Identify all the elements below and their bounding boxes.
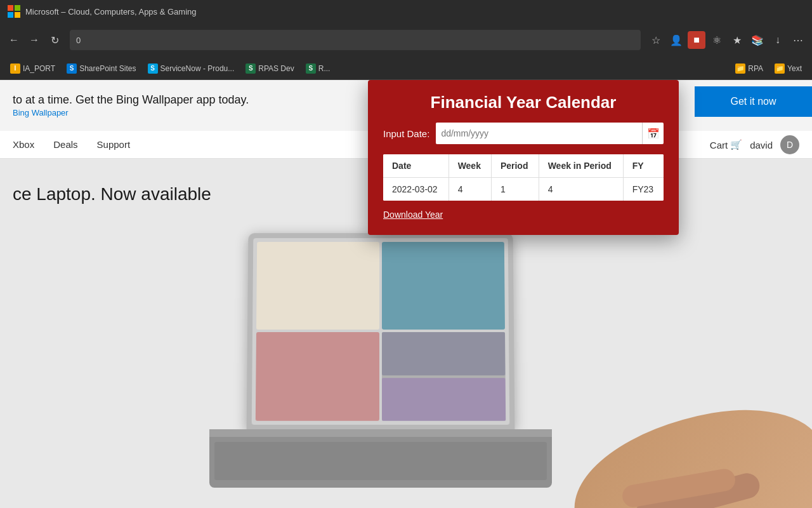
col-fy: FY	[623, 154, 664, 178]
back-button[interactable]: ←	[5, 31, 23, 49]
banner-link[interactable]: Bing Wallpaper	[13, 108, 69, 117]
bookmark-favicon-rpas-dev: S	[246, 64, 256, 74]
nav-support[interactable]: Support	[97, 133, 131, 156]
extensions-icon[interactable]: ⚛	[708, 31, 726, 49]
bookmark-sharepoint[interactable]: S SharePoint Sites	[62, 62, 141, 76]
user-area: Cart 🛒 david D	[710, 131, 799, 159]
collections-icon[interactable]: 📚	[749, 31, 766, 49]
hero-headline: ce Laptop. Now available	[13, 184, 211, 204]
fy-calendar-popup: Financial Year Calendar Input Date: 📅 Da…	[368, 80, 679, 235]
col-week-in-period: Week in Period	[539, 154, 623, 178]
favorites-icon[interactable]: ☆	[647, 31, 665, 49]
table-cell: 4	[449, 178, 491, 201]
active-tab-icon[interactable]: ■	[688, 31, 705, 49]
address-bar[interactable]: 0	[70, 30, 641, 50]
forward-button[interactable]: →	[25, 31, 43, 49]
nav-bar: ← → ↻ 0 ☆ 👤 ■ ⚛ ★ 📚 ↓ ⋯	[0, 23, 812, 57]
bookmark-favicon-r: S	[306, 64, 316, 74]
nav-deals[interactable]: Deals	[53, 133, 77, 156]
bookmarks-bar: I IA_PORT S SharePoint Sites S ServiceNo…	[0, 57, 812, 80]
calendar-icon: 📅	[647, 128, 660, 140]
table-cell: 2022-03-02	[383, 178, 449, 201]
fy-download-link[interactable]: Download Year	[383, 210, 664, 220]
nav-xbox[interactable]: Xbox	[13, 133, 34, 156]
get-it-now-button[interactable]: Get it now	[695, 86, 812, 117]
col-period: Period	[491, 154, 539, 178]
fy-popup-title: Financial Year Calendar	[383, 93, 664, 112]
fy-date-input[interactable]	[436, 123, 642, 144]
bookmark-r[interactable]: S R...	[301, 62, 336, 76]
bookmark-favicon-ia-port: I	[10, 64, 20, 74]
bookmark-favicon-servicenow: S	[148, 64, 158, 74]
fy-input-row: Input Date: 📅	[383, 123, 664, 144]
fy-input-wrapper: 📅	[436, 123, 664, 144]
bookmark-favicon-rpa: 📁	[735, 64, 745, 74]
table-row: 2022-03-02414FY23	[383, 178, 664, 201]
fy-calendar-button[interactable]: 📅	[642, 123, 664, 144]
refresh-button[interactable]: ↻	[46, 31, 63, 49]
profile-icon[interactable]: 👤	[667, 31, 685, 49]
bookmark-favicon-yext: 📁	[775, 64, 785, 74]
browser-title: Microsoft – Cloud, Computers, Apps & Gam…	[25, 7, 197, 17]
col-date: Date	[383, 154, 449, 178]
microsoft-logo-icon	[8, 5, 20, 18]
download-icon[interactable]: ↓	[769, 31, 787, 49]
settings-icon[interactable]: ⋯	[789, 31, 807, 49]
table-cell: 1	[491, 178, 539, 201]
fy-input-label: Input Date:	[383, 128, 429, 139]
cart-button[interactable]: Cart 🛒	[710, 139, 742, 150]
bookmark-rpas-dev[interactable]: S RPAS Dev	[240, 62, 299, 76]
bookmark-favicon-sharepoint: S	[67, 64, 77, 74]
cart-label: Cart	[710, 140, 728, 150]
title-bar: Microsoft – Cloud, Computers, Apps & Gam…	[0, 0, 812, 23]
avatar[interactable]: D	[780, 135, 799, 154]
fy-results-table: Date Week Period Week in Period FY 2022-…	[383, 154, 664, 201]
col-week: Week	[449, 154, 491, 178]
table-cell: 4	[539, 178, 623, 201]
cart-icon: 🛒	[730, 139, 742, 150]
bookmark-servicenow[interactable]: S ServiceNow - Produ...	[143, 62, 240, 76]
bookmark-yext[interactable]: 📁 Yext	[769, 62, 807, 76]
table-cell: FY23	[623, 178, 664, 201]
bookmark-ia-port[interactable]: I IA_PORT	[5, 62, 60, 76]
star-icon[interactable]: ★	[728, 31, 746, 49]
user-name: david	[750, 140, 773, 150]
hero-laptop-image	[209, 232, 565, 508]
browser-chrome: Microsoft – Cloud, Computers, Apps & Gam…	[0, 0, 812, 57]
hero-hand-image	[527, 391, 812, 508]
page-content: to at a time. Get the Bing Wallpaper app…	[0, 80, 812, 508]
bookmark-rpa[interactable]: 📁 RPA	[730, 62, 768, 76]
